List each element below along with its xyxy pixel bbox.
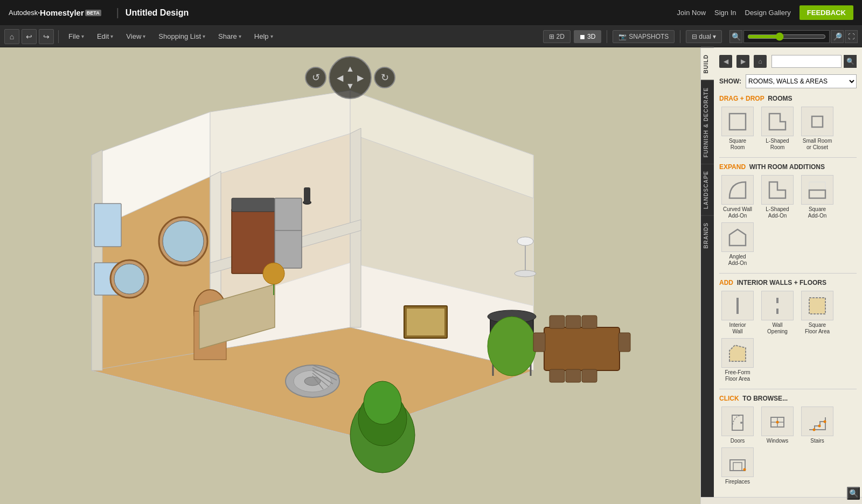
sidebar-search-button[interactable]: 🔍 (844, 55, 857, 68)
svg-marker-73 (729, 345, 746, 361)
svg-rect-49 (582, 316, 597, 328)
wall-opening-label: WallOpening (767, 322, 788, 335)
nav-right-button[interactable]: ▶ (357, 73, 364, 83)
item-square-floor[interactable]: SquareFloor Area (799, 291, 836, 335)
menu-shopping-list[interactable]: Shopping List ▾ (153, 30, 211, 43)
freeform-floor-icon[interactable] (721, 338, 754, 368)
tab-landscape[interactable]: LANDSCAPE (701, 164, 714, 215)
feedback-button[interactable]: FEEDBACK (800, 5, 853, 20)
join-now-link[interactable]: Join Now (677, 9, 706, 17)
section-browse-header: CLICK TO BROWSE... (719, 395, 857, 402)
svg-rect-67 (809, 190, 825, 198)
interior-wall-icon[interactable] (721, 291, 754, 320)
view-2d-button[interactable]: ⊞ 2D (543, 30, 571, 43)
drag-drop-rooms-grid: SquareRoom L-ShapedRoom Smal (719, 107, 857, 151)
canvas-area[interactable]: ↺ ▲ ▼ ◀ ▶ ↻ (0, 47, 700, 504)
fireplaces-label: Fireplaces (725, 479, 750, 485)
square-floor-icon[interactable] (801, 291, 833, 320)
menu-share[interactable]: Share ▾ (213, 30, 247, 43)
sidebar-vertical-tabs: BUILD FURNISH & DECORATE LANDSCAPE BRAND… (701, 47, 714, 497)
item-small-room[interactable]: Small Roomor Closet (799, 107, 836, 151)
curved-wall-icon[interactable] (721, 175, 754, 205)
square-addon-icon[interactable] (801, 175, 833, 205)
beta-badge: BETA (85, 10, 101, 16)
sidebar-magnifier-button[interactable]: 🔍 (847, 487, 860, 500)
snapshots-button[interactable]: 📷 SNAPSHOTS (613, 30, 675, 43)
svg-rect-45 (533, 333, 545, 352)
item-curved-wall[interactable]: Curved WallAdd-On (719, 175, 756, 219)
lshaped-addon-icon[interactable] (761, 175, 794, 205)
menu-view[interactable]: View ▾ (121, 30, 151, 43)
item-interior-wall[interactable]: InteriorWall (719, 291, 756, 335)
view-3d-button[interactable]: ◼ 3D (574, 30, 601, 43)
rotate-left-button[interactable]: ↺ (305, 67, 326, 88)
item-square-room[interactable]: SquareRoom (719, 107, 756, 151)
undo-button[interactable]: ↩ (22, 29, 37, 44)
redo-button[interactable]: ↪ (39, 29, 54, 44)
right-sidebar: BUILD FURNISH & DECORATE LANDSCAPE BRAND… (700, 47, 862, 504)
menu-edit[interactable]: Edit ▾ (92, 30, 119, 43)
zoom-out-button[interactable]: 🔍 (729, 30, 742, 43)
rotate-right-button[interactable]: ↻ (374, 67, 395, 88)
sidebar-forward-button[interactable]: ▶ (736, 55, 749, 68)
menu-help[interactable]: Help ▾ (249, 30, 279, 43)
svg-rect-48 (566, 316, 581, 328)
item-stairs[interactable]: Stairs (799, 407, 836, 444)
item-fireplaces[interactable]: Fireplaces (719, 447, 756, 485)
menu-file[interactable]: File ▾ (63, 30, 89, 43)
tab-build[interactable]: BUILD (701, 47, 714, 80)
fireplaces-icon[interactable] (721, 447, 754, 477)
svg-point-55 (263, 263, 284, 284)
home-icon-button[interactable]: ⌂ (4, 29, 19, 44)
doors-icon[interactable] (721, 407, 754, 436)
item-wall-opening[interactable]: WallOpening (759, 291, 796, 335)
sidebar-home-button[interactable]: ⌂ (754, 55, 767, 68)
svg-marker-68 (729, 229, 746, 246)
snapshots-separator (680, 30, 680, 43)
zoom-controls: 🔍 🔎 ⛶ (729, 30, 858, 43)
dual-button[interactable]: ⊟ dual ▾ (686, 30, 722, 43)
item-doors[interactable]: Doors (719, 407, 756, 444)
zoom-in-button[interactable]: 🔎 (831, 30, 844, 43)
svg-point-81 (813, 428, 816, 431)
curved-wall-label: Curved WallAdd-On (723, 206, 752, 219)
angled-addon-label: AngledAdd-On (728, 254, 747, 267)
item-angled-addon[interactable]: AngledAdd-On (719, 222, 756, 267)
item-lshaped-addon[interactable]: L-ShapedAdd-On (759, 175, 796, 219)
item-windows[interactable]: Windows (759, 407, 796, 444)
nav-up-button[interactable]: ▲ (346, 64, 354, 74)
lshaped-room-icon[interactable] (761, 107, 794, 136)
svg-point-61 (515, 270, 536, 277)
svg-point-18 (163, 221, 204, 262)
item-freeform-floor[interactable]: Free-FormFloor Area (719, 338, 756, 382)
tab-furnish[interactable]: FURNISH & DECORATE (701, 80, 714, 164)
svg-marker-80 (809, 417, 825, 430)
fullscreen-button[interactable]: ⛶ (845, 30, 858, 43)
nav-down-button[interactable]: ▼ (346, 81, 354, 91)
wall-opening-icon[interactable] (761, 291, 794, 320)
svg-marker-11 (92, 150, 102, 370)
stairs-icon[interactable] (801, 407, 833, 436)
browse-items-grid: Doors Windows (719, 407, 857, 485)
svg-rect-72 (809, 298, 825, 314)
svg-point-20 (114, 264, 144, 294)
sign-in-link[interactable]: Sign In (714, 9, 736, 17)
interior-wall-label: InteriorWall (729, 322, 746, 335)
nav-left-button[interactable]: ◀ (337, 73, 343, 83)
sidebar-search-input[interactable] (771, 55, 842, 68)
windows-icon[interactable] (761, 407, 794, 436)
tab-brands[interactable]: BRANDS (701, 215, 714, 255)
item-lshaped-room[interactable]: L-ShapedRoom (759, 107, 796, 151)
angled-addon-icon[interactable] (721, 222, 754, 252)
camera-icon: 📷 (618, 33, 627, 40)
sidebar-main-content: ◀ ▶ ⌂ 🔍 SHOW: ROOMS, WALLS & AREAS FLOOR… (714, 47, 862, 497)
design-gallery-link[interactable]: Design Gallery (745, 9, 791, 17)
small-room-icon[interactable] (801, 107, 833, 136)
square-room-icon[interactable] (721, 107, 754, 136)
zoom-slider[interactable] (747, 32, 826, 41)
sidebar-back-button[interactable]: ◀ (719, 55, 732, 68)
item-square-addon[interactable]: SquareAdd-On (799, 175, 836, 219)
sidebar-header: ◀ ▶ ⌂ 🔍 (719, 53, 857, 70)
svg-point-82 (818, 424, 821, 427)
show-select[interactable]: ROOMS, WALLS & AREAS FLOOR PLAN ALL (746, 74, 857, 88)
